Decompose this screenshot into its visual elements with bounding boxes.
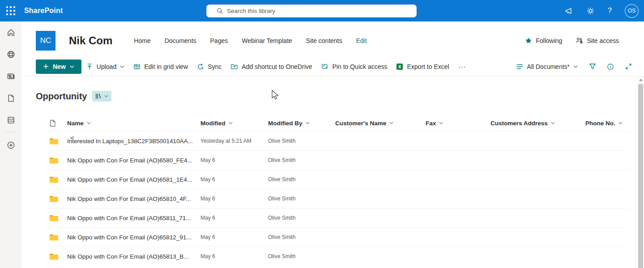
chevron-down-icon bbox=[229, 122, 233, 124]
avatar[interactable]: OS bbox=[625, 4, 639, 18]
column-header-modified[interactable]: Modified bbox=[200, 120, 268, 127]
avatar-initials: OS bbox=[628, 8, 635, 14]
new-button[interactable]: New bbox=[36, 60, 81, 74]
table-row[interactable]: Nik Oppo with Con For Email (AO)65813_B.… bbox=[49, 247, 628, 266]
column-header-phone-no[interactable]: Phone No. bbox=[585, 120, 628, 127]
news-icon[interactable] bbox=[0, 65, 21, 87]
scrollbar-thumb[interactable] bbox=[638, 84, 643, 268]
row-icon-cell bbox=[49, 137, 67, 145]
file-type-column-header[interactable] bbox=[49, 119, 67, 127]
chevron-down-icon bbox=[618, 122, 623, 124]
expand-icon[interactable] bbox=[621, 60, 636, 74]
waffle-grid bbox=[6, 6, 15, 15]
library-title: Opportunity bbox=[36, 91, 87, 102]
nav-site-contents[interactable]: Site contents bbox=[306, 37, 342, 44]
following-button[interactable]: Following bbox=[525, 37, 562, 44]
command-bar-right: All Documents* bbox=[512, 60, 636, 74]
folder-icon bbox=[49, 214, 58, 222]
row-icon-cell bbox=[49, 234, 67, 241]
folder-icon bbox=[49, 195, 58, 203]
overflow-menu-icon[interactable]: ··· bbox=[454, 60, 471, 74]
modified-by-cell: Olive Smith bbox=[268, 196, 335, 202]
search-icon bbox=[217, 8, 223, 14]
column-header-customer-s-name[interactable]: Customer's Name bbox=[335, 120, 426, 127]
app-name[interactable]: SharePoint bbox=[24, 7, 63, 15]
row-icon-cell bbox=[49, 195, 67, 203]
folder-icon bbox=[49, 176, 58, 183]
left-rail bbox=[0, 21, 21, 268]
nav-edit[interactable]: Edit bbox=[356, 37, 367, 44]
nav-home[interactable]: Home bbox=[134, 37, 150, 44]
modified-by-cell: Olive Smith bbox=[268, 176, 335, 183]
file-name[interactable]: Nik Oppo with Con For Email (AO)65811_71… bbox=[67, 215, 200, 221]
vertical-scrollbar[interactable] bbox=[637, 77, 644, 268]
edit-grid-view-button[interactable]: Edit in grid view bbox=[129, 60, 192, 74]
table-row[interactable]: Nik Oppo with Con For Email (AO)6581_1E4… bbox=[49, 170, 628, 189]
file-name[interactable]: Nik Oppo with Con For Email (AO)6581_1E4… bbox=[67, 176, 200, 183]
pin-quick-access-button[interactable]: Pin to Quick access bbox=[317, 60, 392, 74]
add-shortcut-onedrive-button[interactable]: Add shortcut to OneDrive bbox=[226, 60, 316, 74]
file-name[interactable]: Nik Oppo with Con For Email (AO)65812_91… bbox=[67, 234, 200, 241]
library-view-badge[interactable] bbox=[92, 91, 111, 102]
table-row[interactable]: Interested In Laptops_138C2F3B5001410AA.… bbox=[49, 131, 628, 150]
nav-webinar-template[interactable]: Webinar Template bbox=[242, 37, 292, 44]
settings-gear-icon[interactable] bbox=[586, 7, 595, 15]
library-content: Opportunity NameModifiedModified ByCusto… bbox=[21, 77, 644, 266]
column-header-customers-address[interactable]: Customers Address bbox=[490, 120, 585, 127]
help-icon[interactable]: ? bbox=[608, 6, 612, 15]
chevron-down-icon bbox=[104, 95, 108, 98]
file-name[interactable]: Interested In Laptops_138C2F3B5001410AA.… bbox=[67, 138, 200, 145]
command-bar: New Upload Edit in grid view Sync Add sh… bbox=[21, 60, 644, 77]
megaphone-icon[interactable] bbox=[565, 7, 573, 15]
export-to-excel-button[interactable]: Export to Excel bbox=[392, 60, 453, 74]
table-row[interactable]: Nik Oppo with Con For Email (AO)65812_91… bbox=[49, 227, 628, 247]
nav-pages[interactable]: Pages bbox=[210, 37, 228, 44]
chevron-down-icon bbox=[87, 122, 91, 124]
file-name[interactable]: Nik Oppo with Con For Email (AO)6580_FE4… bbox=[67, 157, 200, 164]
home-icon[interactable] bbox=[0, 21, 21, 43]
site-logo[interactable]: NC bbox=[36, 31, 55, 51]
folder-icon bbox=[49, 137, 58, 145]
view-selector[interactable]: All Documents* bbox=[512, 63, 582, 70]
page-icon[interactable] bbox=[0, 87, 21, 109]
row-icon-cell bbox=[49, 253, 67, 260]
document-icon bbox=[49, 119, 56, 127]
column-header-modified-by[interactable]: Modified By bbox=[268, 120, 335, 127]
info-icon[interactable] bbox=[603, 60, 618, 74]
site-access-button[interactable]: Site access bbox=[576, 37, 619, 44]
folder-icon bbox=[49, 234, 58, 241]
column-header-fax[interactable]: Fax bbox=[426, 120, 490, 127]
chevron-down-icon bbox=[120, 65, 124, 68]
table-row[interactable]: Nik Oppo with Con For Email (AO)65810_4F… bbox=[49, 189, 628, 208]
table-row[interactable]: Nik Oppo with Con For Email (AO)65811_71… bbox=[49, 208, 628, 227]
database-icon[interactable] bbox=[0, 109, 21, 131]
modified-by-cell: Olive Smith bbox=[268, 234, 335, 240]
modified-by-cell: Olive Smith bbox=[268, 157, 335, 163]
nav-documents[interactable]: Documents bbox=[165, 37, 196, 44]
row-icon-cell bbox=[49, 214, 67, 222]
globe-icon[interactable] bbox=[0, 43, 21, 65]
people-icon bbox=[576, 37, 583, 44]
chevron-down-icon bbox=[551, 122, 555, 124]
row-icon-cell bbox=[49, 176, 67, 183]
pin-icon bbox=[321, 63, 329, 70]
search-input[interactable] bbox=[227, 8, 412, 14]
site-title[interactable]: Nik Com bbox=[69, 34, 112, 47]
file-name[interactable]: Nik Oppo with Con For Email (AO)65813_B.… bbox=[67, 253, 200, 260]
chevron-down-icon bbox=[389, 122, 393, 124]
upload-button[interactable]: Upload bbox=[81, 60, 129, 74]
table-row[interactable]: Nik Oppo with Con For Email (AO)6580_FE4… bbox=[49, 150, 628, 170]
filter-icon[interactable] bbox=[585, 60, 600, 74]
sharepoint-library-page: SharePoint ? bbox=[0, 0, 644, 268]
add-circle-icon[interactable] bbox=[0, 134, 21, 156]
table-rows: Interested In Laptops_138C2F3B5001410AA.… bbox=[49, 131, 628, 266]
app-launcher-waffle-icon[interactable] bbox=[0, 0, 21, 21]
column-header-name[interactable]: Name bbox=[67, 120, 200, 127]
chevron-down-icon bbox=[306, 122, 310, 124]
search-box[interactable] bbox=[206, 4, 417, 17]
excel-icon bbox=[396, 63, 403, 70]
scrollbar-up-icon[interactable] bbox=[637, 77, 644, 83]
file-name[interactable]: Nik Oppo with Con For Email (AO)65810_4F… bbox=[67, 196, 200, 202]
documents-table: NameModifiedModified ByCustomer's NameFa… bbox=[36, 115, 628, 266]
sync-button[interactable]: Sync bbox=[192, 60, 226, 74]
